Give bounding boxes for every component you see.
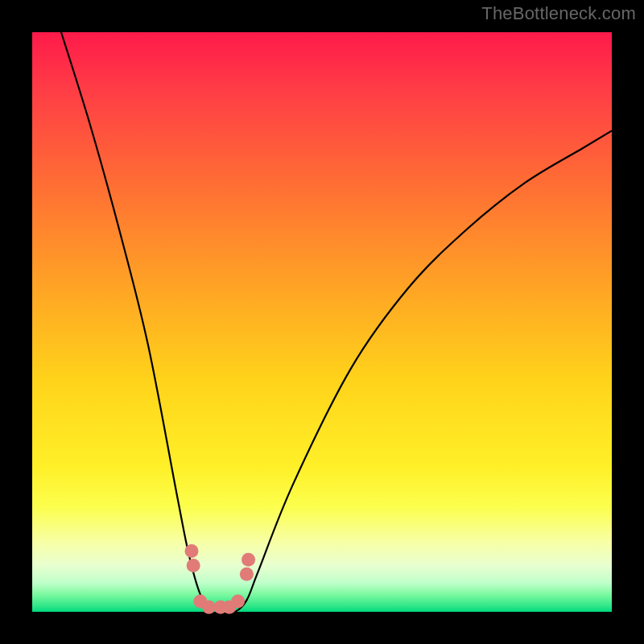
chart-container: TheBottleneck.com <box>0 0 644 644</box>
marker-dot <box>187 559 200 572</box>
marker-dot <box>185 544 199 558</box>
marker-dot <box>242 553 255 567</box>
chart-svg <box>32 32 612 612</box>
plot-area <box>32 32 612 612</box>
marker-dot <box>240 568 254 581</box>
watermark-text: TheBottleneck.com <box>481 3 636 24</box>
bottleneck-curve <box>61 32 612 613</box>
marker-dot <box>231 595 245 609</box>
